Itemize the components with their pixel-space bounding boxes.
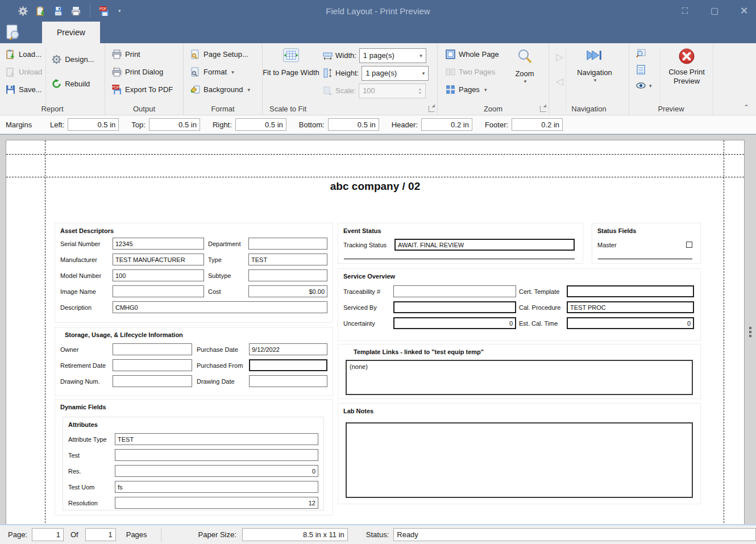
image-name-value [113,285,204,297]
print-button[interactable]: Print [110,48,183,60]
pdf-save-icon[interactable]: PDF [99,6,109,16]
page-view-icon[interactable] [636,65,646,74]
cal-procedure-label: Cal. Procedure [519,304,567,311]
left-margin-guide [45,140,45,526]
collapse-ribbon-chevron-icon[interactable]: ⌃ [743,103,749,111]
ribbon-group-zoom: Whole Page Two Pages Pages▾ Zoom ▾ Zoom [438,43,549,115]
close-window-icon[interactable]: ✕ [737,3,751,18]
magnifier-icon [516,48,533,65]
status-separator [161,528,161,542]
qat-separator [90,4,90,18]
print-preview-viewport: abc company / 02 Asset Descriptors Seria… [0,134,756,524]
retirement-date-value [113,359,192,371]
page-setup-button[interactable]: Page Setup... [188,48,262,60]
owner-label: Owner [60,346,113,353]
background-icon [190,85,200,94]
settings-icon[interactable] [18,6,28,16]
margin-left-input[interactable]: 0.5 in [68,118,119,131]
navigation-dropdown-caret: ▾ [594,77,597,84]
preview-page: abc company / 02 Asset Descriptors Seria… [6,140,745,526]
test-value [115,449,318,461]
ribbon-spacer: ⌃ [713,43,756,115]
zoom-dialog-launcher[interactable] [540,106,546,112]
margin-right-input[interactable]: 0.5 in [235,118,286,131]
scale-spinner[interactable]: 100▲▼ [359,84,426,98]
asset-descriptors-card: Asset Descriptors Serial Number 12345 De… [55,223,333,323]
eye-icon[interactable] [636,81,646,90]
tab-preview[interactable]: Preview [42,22,100,43]
background-button[interactable]: Background▾ [188,84,262,95]
thumbnails-icon[interactable] [636,49,646,59]
drawing-date-label: Drawing Date [197,378,249,385]
drawing-date-value [249,375,327,387]
margin-header-input[interactable]: 0.2 in [421,118,472,131]
template-links-box: (none) [346,360,693,395]
status-value: Ready [393,528,756,541]
ribbon-group-scale-to-fit: Fit to Page Width Width: 1 page(s)▾ Heig… [263,43,438,115]
description-label: Description [60,304,113,311]
storage-lifecycle-card: Storage, Usage, & Lifecycle Information … [55,327,333,396]
margins-bar: Margins Left:0.5 in Top:0.5 in Right:0.5… [0,115,756,134]
master-label: Master [597,242,617,248]
test-uom-value: fs [115,481,318,493]
master-checkbox [686,242,692,248]
unload-button[interactable]: Unload [3,66,44,78]
status-fields-header: Status Fields [592,223,700,234]
unload-icon [6,67,15,77]
model-number-label: Model Number [60,272,113,279]
previous-page-arrow-icon[interactable]: ◁ [556,76,563,88]
subtype-label: Subtype [208,272,248,279]
margin-bottom-label: Bottom: [299,121,325,129]
maximize-icon[interactable]: ▢ [707,3,722,18]
purchase-date-value: 9/12/2022 [249,343,327,355]
width-icon [323,51,333,60]
titlebar: PDF ▾ Field Layout - Print Preview ⛶ ▢ ✕ [0,0,756,22]
purchased-from-value [249,359,327,371]
page-number-input[interactable]: 1 [32,528,64,541]
serviced-by-value [393,301,516,313]
save-button[interactable]: Save... [3,84,44,95]
drawing-num-label: Drawing Num. [60,378,113,385]
design-button[interactable]: Design... [49,53,96,65]
whole-page-button[interactable]: Whole Page [443,48,505,60]
group-label-report: Report [0,105,105,113]
two-pages-button[interactable]: Two Pages [443,66,505,78]
right-margin-guide [724,140,724,526]
load-button[interactable]: Load... [3,48,44,60]
margin-footer-input[interactable]: 0.2 in [512,118,563,131]
margin-top-input[interactable]: 0.5 in [149,118,200,131]
scale-spin-arrows: ▲▼ [418,87,422,95]
lab-notes-box [346,422,693,498]
pages-button[interactable]: Pages▾ [443,84,505,95]
fit-window-icon[interactable]: ⛶ [678,3,692,18]
event-status-underline [344,259,575,259]
panel-splitter-handle[interactable] [749,327,751,337]
print-quick-icon[interactable] [71,6,81,16]
pdf-save-dropdown-caret[interactable]: ▾ [118,8,121,14]
width-dropdown[interactable]: 1 page(s)▾ [359,48,426,63]
height-icon [323,68,333,78]
lab-notes-header: Lab Notes [338,404,700,414]
printer-icon [112,49,122,59]
app-menu-button[interactable] [0,22,26,43]
next-page-arrow-icon[interactable]: ▷ [556,51,563,63]
margins-label: Margins [6,121,50,129]
service-overview-header: Service Overview [338,269,700,280]
of-label: Of [70,530,78,539]
subtype-value [248,269,327,281]
attributes-header: Attributes [63,417,323,428]
res-label: Res. [68,468,115,475]
rebuild-button[interactable]: Rebuild [49,78,96,90]
eye-dropdown-caret[interactable]: ▾ [649,83,652,89]
margin-bottom-input[interactable]: 0.5 in [328,118,379,131]
format-dropdown-caret: ▾ [231,69,234,75]
height-dropdown[interactable]: 1 page(s)▾ [362,66,429,81]
load-icon[interactable] [36,6,45,16]
save-icon[interactable] [53,6,63,16]
print-dialog-button[interactable]: 'Print Dialog [110,66,183,78]
document-magnifier-icon [5,24,22,41]
template-links-card: Template Links - linked to "test equip t… [338,344,701,399]
scale-to-fit-dialog-launcher[interactable] [429,106,435,112]
export-pdf-button[interactable]: PDFExport To PDF [110,84,183,95]
format-button[interactable]: Format▾ [188,66,262,78]
